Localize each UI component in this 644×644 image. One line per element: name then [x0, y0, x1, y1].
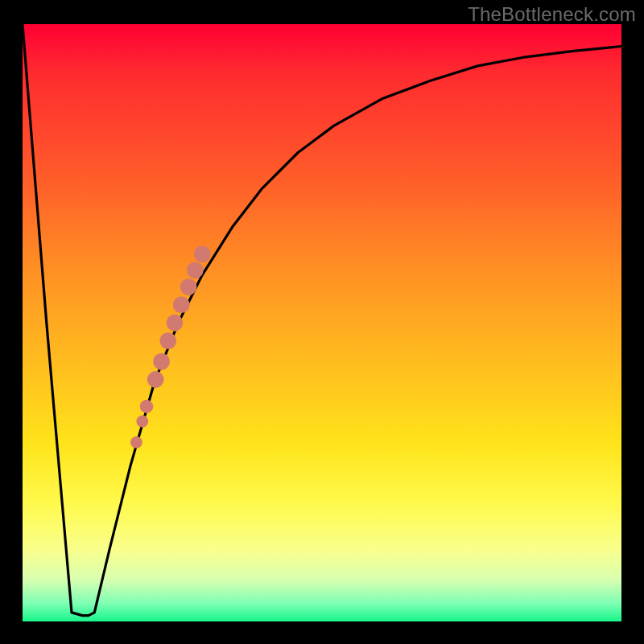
data-marker	[130, 436, 142, 448]
chart-frame: TheBottleneck.com	[0, 0, 644, 644]
data-marker	[136, 415, 148, 427]
data-marker	[180, 279, 197, 295]
data-marker	[194, 246, 211, 262]
data-marker	[140, 400, 153, 413]
data-marker	[167, 315, 184, 332]
plot-area	[23, 24, 621, 621]
curve-line	[23, 24, 621, 616]
data-marker	[159, 332, 176, 349]
attribution-watermark: TheBottleneck.com	[468, 3, 636, 26]
bottleneck-curve	[23, 24, 621, 621]
data-marker	[147, 371, 164, 388]
marker-group	[130, 246, 211, 448]
data-marker	[173, 296, 190, 313]
data-marker	[187, 262, 204, 279]
data-marker	[153, 353, 170, 370]
